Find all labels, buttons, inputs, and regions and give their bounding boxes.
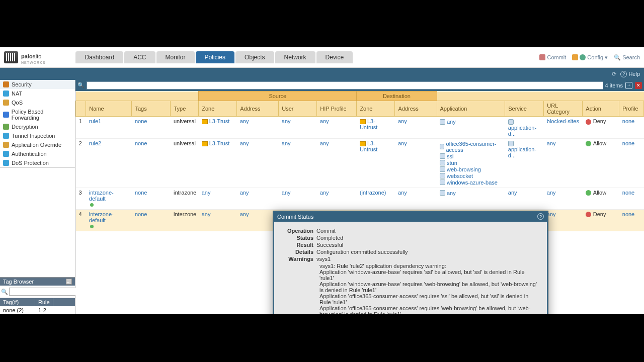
sidebar-item-nat[interactable]: NAT (0, 89, 75, 98)
col-zone[interactable]: Zone (199, 101, 237, 117)
warning-line: Application 'office365-consumer-access' … (319, 305, 540, 314)
zone-icon (202, 119, 208, 124)
sidebar: SecurityNATQoSPolicy Based ForwardingDec… (0, 80, 75, 314)
sidebar-items: SecurityNATQoSPolicy Based ForwardingDec… (0, 80, 75, 168)
app-icon (440, 190, 445, 196)
tag-columns: Tag(#)Rule (0, 298, 75, 306)
sidebar-icon (3, 90, 9, 97)
brand-name1: palo (21, 53, 33, 59)
top-bar: paloalto NETWORKS DashboardACCMonitorPol… (0, 47, 644, 68)
app-icon (440, 160, 445, 165)
dialog-header: Commit Status ? (273, 211, 548, 222)
brand-sub: NETWORKS (21, 61, 45, 64)
export-icon[interactable]: → (625, 82, 632, 89)
app-icon (440, 153, 445, 159)
sidebar-icon (3, 100, 9, 106)
sidebar-icon (3, 81, 9, 87)
table-row[interactable]: 3intrazone-defaultnoneintrazoneanyanyany… (76, 188, 644, 209)
warning-line: Application 'windows-azure-base' require… (319, 269, 540, 281)
search-link[interactable]: 🔍Search (614, 54, 640, 61)
zone-icon (202, 141, 208, 146)
tag-browser-header: Tag Browser− (0, 278, 75, 286)
col-profile[interactable]: Profile (619, 101, 644, 117)
status-value: Completed (316, 235, 540, 241)
app-window: paloalto NETWORKS DashboardACCMonitorPol… (0, 47, 644, 314)
warning-line: vsys1: Rule 'rule2' application dependen… (319, 263, 540, 269)
tag-search-input[interactable] (9, 288, 76, 296)
commit-icon (539, 54, 545, 60)
sidebar-item-qos[interactable]: QoS (0, 98, 75, 107)
col-address[interactable]: Address (395, 101, 437, 117)
sidebar-icon (3, 160, 9, 166)
col-tags[interactable]: Tags (132, 101, 171, 117)
dialog-title: Commit Status (277, 214, 313, 220)
sidebar-icon (3, 124, 9, 130)
help-link[interactable]: ?Help (620, 71, 640, 77)
dialog-body: OperationCommit StatusCompleted ResultSu… (274, 222, 547, 314)
lock-icon (572, 54, 578, 60)
result-value: Successful (316, 242, 540, 248)
sidebar-icon (3, 142, 9, 148)
commit-status-dialog: Commit Status ? OperationCommit StatusCo… (273, 211, 548, 314)
logo-icon (4, 51, 18, 63)
tab-dashboard[interactable]: Dashboard (75, 51, 123, 63)
col-application[interactable]: Application (437, 101, 505, 117)
app-icon (440, 166, 445, 172)
commit-link[interactable]: Commit (539, 54, 566, 60)
app-icon (440, 119, 445, 125)
col-type[interactable]: Type (171, 101, 199, 117)
sidebar-icon (3, 112, 9, 118)
tag-row[interactable]: none (2)1-2 (0, 306, 75, 314)
dialog-help-icon[interactable]: ? (537, 213, 544, 220)
tab-network[interactable]: Network (275, 51, 315, 63)
col-hip-profile[interactable]: HIP Profile (317, 101, 357, 117)
col-user[interactable]: User (279, 101, 317, 117)
table-row[interactable]: 1rule1noneuniversalL3-TrustanyanyanyL3-U… (76, 117, 644, 139)
table-row[interactable]: 2rule2noneuniversalL3-TrustanyanyanyL3-U… (76, 138, 644, 188)
details-value: Configuration committed successfully (316, 249, 540, 255)
config-link[interactable]: Config ▾ (572, 54, 608, 61)
warnings-list: vsys1: Rule 'rule2' application dependen… (319, 263, 540, 314)
grid-search-input[interactable] (87, 81, 603, 89)
content-area: 🔍 4 items → ✕ (75, 80, 644, 314)
zone-icon (360, 141, 366, 146)
col-name[interactable]: Name (86, 101, 132, 117)
refresh-icon[interactable]: ⟳ (612, 71, 616, 77)
tab-objects[interactable]: Objects (235, 51, 274, 63)
warning-line: Application 'office365-consumer-access' … (319, 293, 540, 305)
tab-device[interactable]: Device (316, 51, 353, 63)
sidebar-item-dos-protection[interactable]: DoS Protection (0, 158, 75, 167)
col-service[interactable]: Service (505, 101, 544, 117)
main-tabs: DashboardACCMonitorPoliciesObjectsNetwor… (75, 51, 353, 63)
sub-bar: ⟳ ?Help (0, 68, 644, 80)
tab-monitor[interactable]: Monitor (156, 51, 195, 63)
col-url-category[interactable]: URL Category (544, 101, 583, 117)
sidebar-item-security[interactable]: Security (0, 80, 75, 89)
config-icon (580, 54, 586, 60)
sidebar-item-authentication[interactable]: Authentication (0, 149, 75, 158)
sidebar-item-tunnel-inspection[interactable]: Tunnel Inspection (0, 131, 75, 140)
search-icon: 🔍 (77, 82, 85, 89)
brand-name2: alto (33, 53, 42, 59)
tab-acc[interactable]: ACC (124, 51, 155, 63)
sidebar-icon (3, 151, 9, 157)
tag-browser: Tag Browser− 🔍 1 item → ✕ Tag(#)Rule non… (0, 277, 75, 314)
sidebar-item-application-override[interactable]: Application Override (0, 140, 75, 149)
operation-value: Commit (316, 228, 540, 234)
col-zone[interactable]: Zone (357, 101, 395, 117)
collapse-icon[interactable]: − (66, 279, 72, 285)
column-header-row: NameTagsTypeZoneAddressUserHIP ProfileZo… (76, 101, 644, 117)
close-grid-icon[interactable]: ✕ (635, 82, 642, 89)
col-num[interactable] (76, 101, 86, 117)
warnings-head: vsys1 (316, 256, 540, 262)
sidebar-item-decryption[interactable]: Decryption (0, 122, 75, 131)
col-action[interactable]: Action (583, 101, 619, 117)
sidebar-item-policy-based-forwarding[interactable]: Policy Based Forwarding (0, 107, 75, 122)
tab-policies[interactable]: Policies (196, 51, 234, 63)
warning-line: Application 'windows-azure-base' require… (319, 281, 540, 293)
tag-search-icon: 🔍 (1, 289, 8, 295)
brand-logo: paloalto NETWORKS (4, 50, 45, 64)
sidebar-icon (3, 133, 9, 139)
col-address[interactable]: Address (237, 101, 279, 117)
app-icon (440, 144, 444, 149)
